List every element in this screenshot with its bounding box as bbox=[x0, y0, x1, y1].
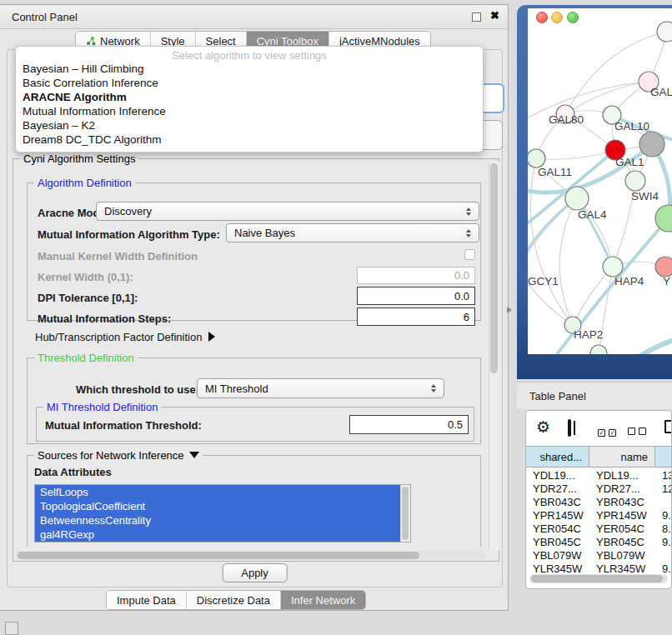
attribute-list-item[interactable]: gal4RGexp bbox=[35, 528, 410, 542]
table-cell[interactable]: 9. bbox=[655, 562, 671, 574]
table-cell[interactable] bbox=[655, 549, 671, 562]
table-cell[interactable]: YBR043C bbox=[589, 496, 655, 509]
table-cell[interactable]: 9. bbox=[655, 536, 671, 549]
network-node[interactable] bbox=[639, 132, 664, 157]
column-header[interactable] bbox=[655, 446, 672, 468]
dropdown-option[interactable]: ARACNE Algorithm bbox=[16, 90, 483, 104]
network-node[interactable] bbox=[603, 257, 623, 277]
tab-infer-network[interactable]: Infer Network bbox=[281, 591, 365, 609]
network-node[interactable] bbox=[655, 205, 672, 232]
network-node[interactable] bbox=[655, 257, 672, 277]
column-header[interactable]: shared... bbox=[526, 446, 589, 468]
network-canvas[interactable]: GALGAL80GAL10GAL1GAL11SWI4GAL4GCY1HAP4YH… bbox=[528, 8, 672, 354]
column-header[interactable]: name bbox=[589, 446, 655, 468]
table-header-row: shared...name bbox=[526, 446, 671, 468]
dropdown-option[interactable]: Bayesian – K2 bbox=[16, 118, 483, 132]
bottom-tabstrip: Impute DataDiscretize DataInfer Network bbox=[106, 590, 366, 610]
teal-edge[interactable] bbox=[626, 340, 672, 354]
algorithm-dropdown[interactable]: Select algorithm to view settings Bayesi… bbox=[15, 46, 484, 152]
data-attributes-list[interactable]: SelfLoopsTopologicalCoefficientBetweenne… bbox=[34, 484, 411, 542]
dropdown-option[interactable]: Dream8 DC_TDC Algorithm bbox=[16, 132, 483, 147]
table-cell[interactable]: YPR145W bbox=[526, 509, 589, 522]
table-cell[interactable]: YDR27... bbox=[526, 482, 589, 496]
which-threshold-combo[interactable]: MI Threshold bbox=[197, 378, 444, 398]
table-cell[interactable]: YBR043C bbox=[526, 496, 589, 509]
table-cell[interactable]: YER054C bbox=[589, 522, 655, 536]
node-label: HAP4 bbox=[614, 275, 644, 288]
table-cell[interactable]: 9. bbox=[655, 509, 671, 522]
network-graph[interactable]: GALGAL80GAL10GAL1GAL11SWI4GAL4GCY1HAP4YH… bbox=[528, 8, 672, 354]
table-cell[interactable]: YDR27... bbox=[589, 482, 655, 496]
node-label: GAL11 bbox=[538, 166, 572, 178]
table-cell[interactable]: 8. bbox=[655, 522, 671, 536]
kernel-width-field[interactable]: 0.0 bbox=[357, 267, 475, 284]
columns-icon[interactable] bbox=[568, 419, 571, 437]
table-cell[interactable]: YLR345W bbox=[526, 562, 589, 574]
gray-edge[interactable] bbox=[530, 158, 573, 325]
table-hscrollbar[interactable] bbox=[529, 574, 668, 583]
gray-edge[interactable] bbox=[559, 198, 577, 325]
node-label: GAL4 bbox=[578, 208, 607, 221]
gear-icon[interactable]: ⚙ bbox=[536, 418, 550, 437]
table-cell[interactable]: 13 bbox=[655, 469, 671, 482]
settings-hscrollbar[interactable] bbox=[16, 551, 486, 560]
dropdown-option[interactable]: Mutual Information Inference bbox=[16, 104, 483, 118]
table-cell[interactable]: YLR345W bbox=[589, 562, 655, 574]
table-cell[interactable]: 12 bbox=[655, 482, 671, 496]
teal-edge[interactable] bbox=[528, 198, 577, 268]
mi-steps-field[interactable]: 6 bbox=[357, 308, 475, 326]
table-cell[interactable]: YBL079W bbox=[526, 549, 589, 562]
table-cell[interactable]: YPR145W bbox=[589, 509, 655, 522]
network-node[interactable] bbox=[657, 22, 672, 42]
gray-edge[interactable] bbox=[528, 82, 649, 125]
control-panel-window: Control Panel ✖ NetworkStyleSelectCyni T… bbox=[0, 4, 509, 611]
table-panel-header: Table Panel bbox=[517, 382, 672, 409]
attribute-list-item[interactable]: BetweennessCentrality bbox=[35, 513, 410, 528]
gray-edge[interactable] bbox=[573, 267, 613, 325]
network-node[interactable] bbox=[625, 171, 645, 191]
mi-threshold-field[interactable]: 0.5 bbox=[349, 415, 469, 434]
select-all-checks-icon[interactable]: ✓ ✓ bbox=[598, 423, 616, 438]
mi-threshold-group: MI Threshold Definition Mutual Informati… bbox=[36, 407, 474, 442]
dropdown-option[interactable]: Basic Correlation Inference bbox=[16, 76, 483, 90]
combo-arrows-icon bbox=[466, 208, 472, 216]
table-cell[interactable]: YDL19... bbox=[526, 469, 589, 482]
collapsed-arrow-icon bbox=[208, 332, 215, 342]
manual-kernel-checkbox[interactable] bbox=[464, 249, 475, 260]
tab-discretize-data[interactable]: Discretize Data bbox=[187, 591, 281, 609]
settings-vscrollbar[interactable] bbox=[489, 162, 499, 550]
sources-group: Sources for Network Inference Data Attri… bbox=[27, 455, 481, 547]
mi-type-combo[interactable]: Naive Bayes bbox=[226, 223, 479, 242]
table-cell[interactable]: YBR045C bbox=[589, 536, 655, 549]
dropdown-option[interactable]: Bayesian – Hill Climbing bbox=[16, 62, 483, 76]
network-node[interactable] bbox=[565, 187, 589, 210]
table-cell[interactable]: YBL079W bbox=[589, 549, 655, 562]
export-table-icon[interactable] bbox=[664, 420, 672, 433]
dropdown-placeholder: Select algorithm to view settings bbox=[16, 49, 483, 62]
hub-definition-toggle[interactable]: Hub/Transcription Factor Definition bbox=[35, 331, 215, 343]
table-cell[interactable]: YBR045C bbox=[526, 536, 589, 549]
attribute-list-item[interactable]: TopologicalCoefficient bbox=[35, 499, 410, 513]
deselect-all-checks-icon[interactable] bbox=[628, 423, 646, 438]
gray-edge[interactable] bbox=[528, 198, 577, 268]
tab-impute-data[interactable]: Impute Data bbox=[107, 591, 187, 609]
table-panel-window: ⚙ ✓ ✓ shared...name YDL19...YDL19...13YD… bbox=[525, 410, 672, 589]
dpi-tolerance-field[interactable]: 0.0 bbox=[357, 287, 475, 305]
network-node[interactable] bbox=[590, 345, 607, 354]
sources-title[interactable]: Sources for Network Inference bbox=[34, 449, 203, 462]
table-body: YDL19...YDL19...13YDR27...YDR27...12YBR0… bbox=[526, 468, 671, 574]
float-window-icon[interactable] bbox=[472, 12, 481, 22]
aracne-mode-combo[interactable]: Discovery bbox=[96, 202, 479, 221]
apply-button[interactable]: Apply bbox=[222, 563, 288, 582]
splitpane-arrow-icon[interactable] bbox=[507, 307, 512, 313]
panel-title: Control Panel bbox=[12, 11, 78, 23]
minimized-panel-icon[interactable] bbox=[5, 622, 18, 635]
network-node[interactable] bbox=[528, 149, 545, 168]
list-vscrollbar[interactable] bbox=[400, 485, 410, 542]
table-cell[interactable]: YDL19... bbox=[589, 469, 655, 482]
table-cell[interactable] bbox=[655, 496, 671, 509]
close-icon[interactable]: ✖ bbox=[490, 9, 499, 22]
network-icon bbox=[86, 36, 96, 46]
attribute-list-item[interactable]: SelfLoops bbox=[35, 485, 410, 499]
table-cell[interactable]: YER054C bbox=[526, 522, 589, 536]
